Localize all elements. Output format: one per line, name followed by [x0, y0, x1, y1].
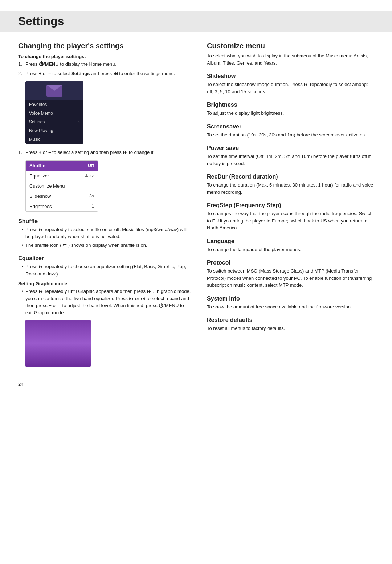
steps-list: Press ⏻/MENU to display the Home menu. P…	[18, 61, 192, 77]
step-2: Press + or – to select Settings and pres…	[18, 70, 192, 77]
powersave-heading: Power save	[207, 145, 374, 151]
settings-list: Shuffle Off Equalizer Jazz Customize Men…	[25, 160, 98, 212]
equalizer-bullets: Press ⏭ repeatedly to choose an equalize…	[18, 263, 192, 277]
menu-items-list: Favorites Voice Memo Settings › Now Play…	[25, 100, 83, 144]
recdur-text: To change the duration (Max, 5 minutes, …	[207, 181, 374, 196]
left-column: Changing the player's settings To change…	[18, 42, 192, 371]
language-heading: Language	[207, 238, 374, 245]
slideshow-heading: Slideshow	[207, 73, 374, 79]
settings-row-equalizer: Equalizer Jazz	[26, 171, 98, 181]
settings-row-brightness: Brightness 1	[26, 201, 98, 211]
powersave-text: To set the time interval (Off, 1m, 2m, 5…	[207, 153, 374, 167]
slideshow-text: To select the slideshow image duration. …	[207, 81, 374, 95]
graphic-mode-bullets: Press ⏭ repeatedly until Graphic appears…	[18, 288, 192, 316]
shuffle-heading: Shuffle	[18, 218, 192, 225]
graphic-mode-subheading: Setting Graphic mode:	[18, 281, 192, 286]
menu-device: Favorites Voice Memo Settings › Now Play…	[25, 81, 83, 144]
eq-graphic	[25, 320, 91, 367]
shuffle-bullet-2: The shuffle icon ( ⇄ ) shows on display …	[22, 242, 192, 249]
device-icon-area	[25, 81, 83, 100]
brightness-text: To adjust the display light brightness.	[207, 110, 374, 117]
eq-screenshot	[25, 320, 192, 367]
menu-item-music: Music	[25, 135, 83, 144]
settings-row-slideshow: Slideshow 3s	[26, 191, 98, 201]
envelope-icon	[46, 85, 62, 97]
protocol-text: To switch between MSC (Mass Storage Clas…	[207, 267, 374, 289]
sysinfo-text: To show the amount of free space availab…	[207, 303, 374, 311]
restore-heading: Restore defaults	[207, 317, 374, 323]
screensaver-heading: Screensaver	[207, 123, 374, 130]
settings-row-customizemenu: Customize Menu	[26, 181, 98, 191]
to-change-subheading: To change the player settings:	[18, 54, 192, 59]
page-number: 24	[18, 381, 374, 387]
step-1: Press ⏻/MENU to display the Home menu.	[18, 61, 192, 68]
page-title: Settings	[0, 11, 392, 32]
customize-menu-text: To select what you wish to display in th…	[207, 52, 374, 66]
menu-item-settings: Settings ›	[25, 118, 83, 126]
equalizer-bullet-1: Press ⏭ repeatedly to choose an equalize…	[22, 263, 192, 277]
step-3: Press + or – to select a setting and the…	[18, 149, 192, 156]
equalizer-heading: Equalizer	[18, 255, 192, 262]
freqstep-text: To changes the way that the player scans…	[207, 210, 374, 232]
menu-screenshot: Favorites Voice Memo Settings › Now Play…	[25, 81, 192, 144]
shuffle-bullet-1: Press ⏭ repeatedly to select shuffle on …	[22, 226, 192, 240]
language-text: To change the language of the player men…	[207, 246, 374, 253]
steps-list-continued: Press + or – to select a setting and the…	[18, 149, 192, 156]
right-column: Customize menu To select what you wish t…	[207, 42, 374, 371]
menu-item-favorites: Favorites	[25, 100, 83, 109]
screensaver-text: To set the duration (10s, 20s, 30s and 1…	[207, 131, 374, 139]
changing-settings-heading: Changing the player's settings	[18, 42, 192, 50]
settings-row-shuffle: Shuffle Off	[26, 161, 98, 171]
menu-item-nowplaying: Now Playing	[25, 126, 83, 135]
brightness-heading: Brightness	[207, 102, 374, 108]
sysinfo-heading: System info	[207, 295, 374, 302]
freqstep-heading: FreqStep (Frequency Step)	[207, 202, 374, 209]
shuffle-bullets: Press ⏭ repeatedly to select shuffle on …	[18, 226, 192, 249]
menu-item-voicememo: Voice Memo	[25, 109, 83, 118]
graphic-mode-bullet-1: Press ⏭ repeatedly until Graphic appears…	[22, 288, 192, 316]
recdur-heading: RecDur (Record duration)	[207, 173, 374, 180]
customize-menu-heading: Customize menu	[207, 42, 374, 50]
restore-text: To reset all menus to factory defaults.	[207, 325, 374, 332]
protocol-heading: Protocol	[207, 259, 374, 266]
settings-arrow: ›	[78, 119, 80, 124]
page: Settings Changing the player's settings …	[0, 0, 392, 564]
settings-screenshot: Shuffle Off Equalizer Jazz Customize Men…	[25, 160, 192, 212]
